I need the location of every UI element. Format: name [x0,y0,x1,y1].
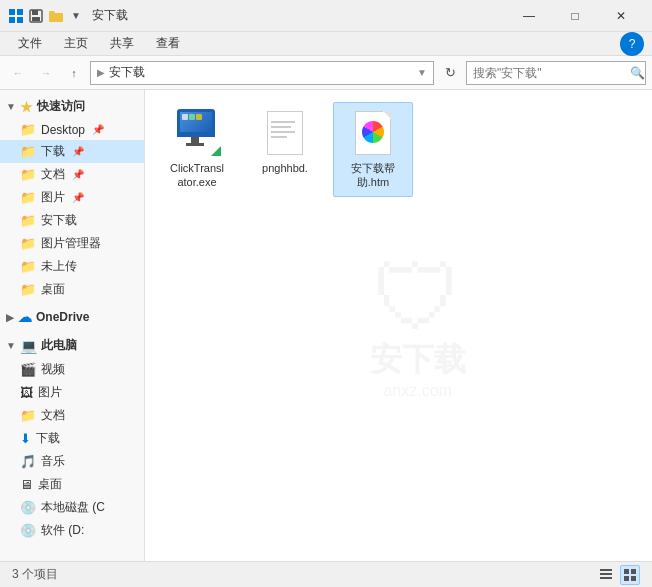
maximize-button[interactable]: □ [552,0,598,32]
svg-rect-8 [600,573,612,575]
svg-rect-5 [32,10,38,15]
file-item-help[interactable]: 安下载帮助.htm [333,102,413,197]
sidebar-item-docs[interactable]: 📁 文档 📌 [0,163,144,186]
system-icon [8,8,24,24]
ribbon-tab-home[interactable]: 主页 [54,31,98,56]
onedrive-arrow: ▶ [6,312,14,323]
sidebar-item-videos[interactable]: 🎬 视频 [0,358,144,381]
sidebar-item-label: 本地磁盘 (C [41,499,105,516]
up-button[interactable]: ↑ [62,61,86,85]
close-button[interactable]: ✕ [598,0,644,32]
sidebar-item-label: 音乐 [41,453,65,470]
sidebar-item-label: 下载 [41,143,65,160]
quick-access-star-icon: ★ [20,99,33,115]
refresh-button[interactable]: ↻ [438,61,462,85]
file-label: 安下载帮助.htm [351,161,395,190]
down-arrow-icon[interactable]: ▼ [68,8,84,24]
watermark-shield-icon: 🛡 [373,252,463,342]
htm-file-icon [349,109,397,157]
folder-icon: 📁 [20,144,36,159]
path-dropdown[interactable]: ▼ [417,67,427,78]
file-item-clicktranslator[interactable]: ClickTranslator.exe [157,102,237,197]
address-path[interactable]: ▶ 安下载 ▼ [90,61,434,85]
onedrive-icon: ☁ [18,309,32,325]
sidebar-onedrive-header[interactable]: ▶ ☁ OneDrive [0,305,144,329]
quick-access-label: 快速访问 [37,98,85,115]
sidebar-item-label: 安下载 [41,212,77,229]
pin-icon: 📌 [72,146,84,157]
sidebar-thispc-header[interactable]: ▼ 💻 此电脑 [0,333,144,358]
main-content: ▼ ★ 快速访问 📁 Desktop 📌 📁 下载 📌 📁 文档 📌 📁 图片 … [0,90,652,561]
sidebar-item-label: 文档 [41,166,65,183]
sidebar-item-label: 视频 [41,361,65,378]
files-grid: ClickTranslator.exe pnghhbd. [157,102,640,197]
sidebar-item-anxiazai[interactable]: 📁 安下载 [0,209,144,232]
file-item-pnghhbd[interactable]: pnghhbd. [245,102,325,197]
ribbon-tab-file[interactable]: 文件 [8,31,52,56]
folder-icon: 📁 [20,236,36,251]
sidebar: ▼ ★ 快速访问 📁 Desktop 📌 📁 下载 📌 📁 文档 📌 📁 图片 … [0,90,145,561]
details-view-button[interactable] [596,565,616,585]
music-icon: 🎵 [20,454,36,469]
sidebar-item-diskd[interactable]: 💿 软件 (D: [0,519,144,542]
svg-rect-6 [32,17,40,21]
sidebar-item-docs2[interactable]: 📁 文档 [0,404,144,427]
sidebar-item-desktop3[interactable]: 🖥 桌面 [0,473,144,496]
sidebar-item-music[interactable]: 🎵 音乐 [0,450,144,473]
title-bar-icons: ▼ [8,8,84,24]
sidebar-item-label: 文档 [41,407,65,424]
watermark: 🛡 安下载 anxz.com [370,252,466,399]
onedrive-label: OneDrive [36,310,89,324]
sidebar-quick-access-header[interactable]: ▼ ★ 快速访问 [0,94,144,119]
sidebar-item-label: 图片 [38,384,62,401]
disk-icon: 💿 [20,500,36,515]
sidebar-item-label: Desktop [41,123,85,137]
sidebar-item-picmgr[interactable]: 📁 图片管理器 [0,232,144,255]
disk-icon2: 💿 [20,523,36,538]
exe-file-icon [173,109,221,157]
save-icon [28,8,44,24]
search-box: 🔍 [466,61,646,85]
sidebar-item-desktop[interactable]: 📁 Desktop 📌 [0,119,144,140]
folder-icon: 📁 [20,408,36,423]
forward-button[interactable]: → [34,61,58,85]
help-button[interactable]: ? [620,32,644,56]
sidebar-item-dl2[interactable]: ⬇ 下载 [0,427,144,450]
sidebar-item-pics2[interactable]: 🖼 图片 [0,381,144,404]
ribbon-tab-view[interactable]: 查看 [146,31,190,56]
large-icons-view-button[interactable] [620,565,640,585]
pin-icon: 📌 [72,169,84,180]
folder-icon: 📁 [20,167,36,182]
svg-rect-9 [600,577,612,579]
folder-icon-small [48,8,64,24]
sidebar-item-pictures[interactable]: 📁 图片 📌 [0,186,144,209]
sidebar-item-download[interactable]: 📁 下载 📌 [0,140,144,163]
sidebar-item-unuploaded[interactable]: 📁 未上传 [0,255,144,278]
sidebar-item-label: 桌面 [41,281,65,298]
file-label: pnghhbd. [262,161,308,175]
quick-access-arrow: ▼ [6,101,16,112]
folder-icon: 📁 [20,190,36,205]
thispc-label: 此电脑 [41,337,77,354]
sidebar-item-label: 下载 [36,430,60,447]
svg-rect-12 [624,576,629,581]
folder-icon: 📁 [20,282,36,297]
sidebar-item-desktop2[interactable]: 📁 桌面 [0,278,144,301]
minimize-button[interactable]: — [506,0,552,32]
view-buttons [596,565,640,585]
back-button[interactable]: ← [6,61,30,85]
folder-icon: 📁 [20,259,36,274]
window-title: 安下载 [92,7,506,24]
search-button[interactable]: 🔍 [629,61,645,85]
sidebar-item-diskc[interactable]: 💿 本地磁盘 (C [0,496,144,519]
svg-rect-13 [631,576,636,581]
folder-icon: 📁 [20,213,36,228]
sidebar-item-label: 桌面 [38,476,62,493]
videos-icon: 🎬 [20,362,36,377]
search-input[interactable] [467,66,629,80]
ribbon-tab-share[interactable]: 共享 [100,31,144,56]
file-label: ClickTranslator.exe [170,161,224,190]
ribbon-menu: 文件 主页 共享 查看 ? [0,32,652,56]
file-area: 🛡 安下载 anxz.com [145,90,652,561]
desktop-icon: 🖥 [20,477,33,492]
